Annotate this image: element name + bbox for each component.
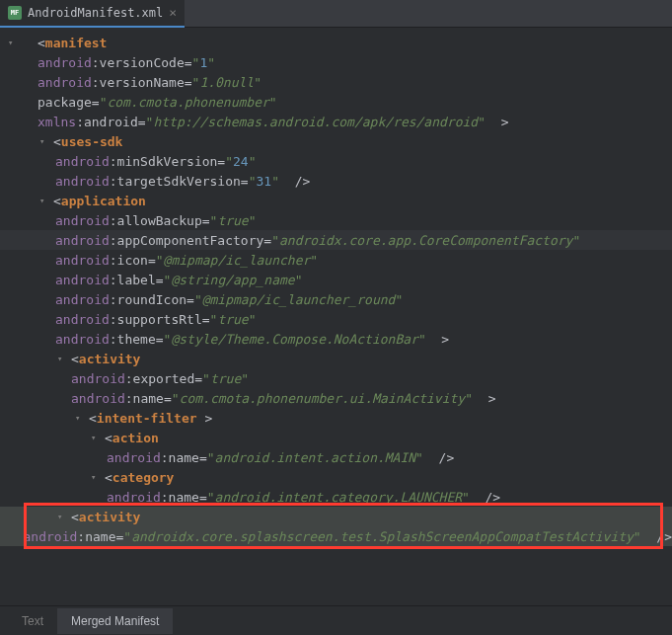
fold-chevron[interactable]: ▾ <box>8 38 22 47</box>
fold-chevron[interactable]: ▾ <box>75 413 89 423</box>
category-tag: category <box>112 470 175 485</box>
bottom-tab-bar: Text Merged Manifest <box>0 605 672 635</box>
fold-chevron[interactable]: ▾ <box>91 472 105 482</box>
tab-label: AndroidManifest.xml <box>28 6 163 20</box>
action-tag: action <box>112 431 159 445</box>
tab-text[interactable]: Text <box>8 608 57 634</box>
uses-sdk-tag: uses-sdk <box>61 134 123 149</box>
activity-tag: activity <box>79 352 141 366</box>
application-tag: application <box>61 194 146 208</box>
fold-chevron[interactable]: ▾ <box>39 136 53 146</box>
fold-chevron[interactable]: ▾ <box>57 354 71 363</box>
code-editor[interactable]: ▾<manifest android:versionCode="1" andro… <box>0 28 672 595</box>
fold-chevron[interactable]: ▾ <box>91 433 105 442</box>
fold-chevron[interactable]: ▾ <box>39 196 53 205</box>
manifest-tag: manifest <box>45 36 108 50</box>
manifest-file-icon: MF <box>8 6 22 20</box>
close-icon[interactable]: × <box>169 5 177 20</box>
tab-bar: MF AndroidManifest.xml × <box>0 0 672 28</box>
tab-merged-manifest[interactable]: Merged Manifest <box>57 608 173 634</box>
intent-filter-tag: intent-filter <box>97 411 197 426</box>
file-tab[interactable]: MF AndroidManifest.xml × <box>0 0 185 28</box>
activity-tag-2: activity <box>79 510 141 524</box>
fold-chevron[interactable]: ▾ <box>57 512 71 521</box>
